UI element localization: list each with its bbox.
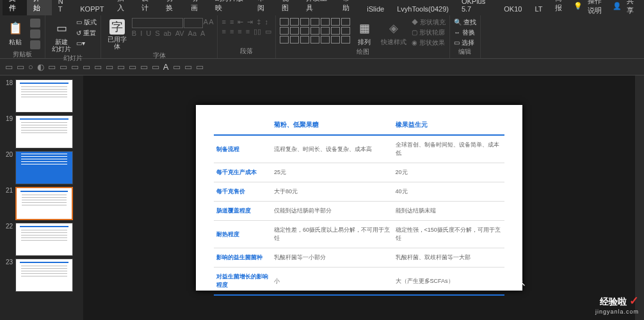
tab-insert[interactable]: 插入 (111, 0, 135, 15)
table-header: 橡果益生元 (393, 116, 504, 135)
watermark: 经验啦 ✓ jingyanla.com (595, 296, 639, 316)
text-dir-icon[interactable]: ↕ (264, 18, 268, 26)
spacing-icon[interactable]: AV (175, 29, 184, 37)
bold-icon[interactable]: B (132, 29, 136, 37)
tab-ok10[interactable]: OK10 (497, 3, 528, 15)
tab-lvyh[interactable]: LvyhTools(0429) (390, 3, 455, 15)
tab-brief[interactable]: 简报 (549, 0, 573, 15)
quick-toolbar: ▭▭○◐▭▭▭▭▭▭▭▭▭▭A▭▭▭ (0, 59, 644, 76)
qt-icon[interactable]: ▭ (17, 62, 24, 72)
replace-button[interactable]: ↔ 替换 (454, 28, 476, 37)
italic-icon[interactable]: I (140, 29, 142, 37)
format-painter-icon[interactable] (30, 40, 40, 49)
indent-dec-icon[interactable]: ⇤ (237, 18, 243, 26)
align-left-icon[interactable]: ≡ (221, 28, 225, 36)
vertical-scrollbar[interactable] (635, 76, 644, 320)
tab-islide[interactable]: iSlide (360, 3, 390, 15)
smartart-icon[interactable]: ▭ (265, 28, 271, 36)
increase-font-icon[interactable]: A (204, 18, 208, 28)
columns-icon[interactable]: ▯▯ (254, 28, 261, 36)
qt-icon[interactable]: ▭ (71, 62, 79, 72)
thumb-preview[interactable] (15, 187, 73, 220)
shape-outline-button[interactable]: ▢ 形状轮廓 (412, 28, 446, 37)
qt-icon[interactable]: ▭ (94, 62, 102, 72)
underline-icon[interactable]: U (146, 29, 151, 37)
thumb-item[interactable]: 18 (0, 78, 83, 114)
strike-icon[interactable]: S (155, 29, 159, 37)
cut-icon[interactable] (30, 19, 40, 28)
qt-icon[interactable]: ▭ (129, 62, 136, 72)
qt-icon[interactable]: ▭ (117, 62, 125, 72)
reset-button[interactable]: ↺ 重置 (76, 29, 97, 38)
quick-style-button[interactable]: ◈ 快速样式 (378, 18, 409, 47)
tab-file[interactable]: 文件 (3, 0, 27, 15)
tab-help[interactable]: 帮助 (336, 0, 360, 15)
share-label[interactable]: 共享 (627, 0, 636, 15)
tab-design[interactable]: 设计 (135, 0, 159, 15)
thumb-preview[interactable] (15, 259, 73, 292)
tab-slideshow[interactable]: 幻灯片放映 (209, 0, 251, 15)
qt-icon[interactable]: ▭ (83, 62, 90, 72)
shadow-icon[interactable]: ab (163, 29, 171, 37)
thumb-preview[interactable] (15, 223, 73, 256)
qt-icon[interactable]: ▭ (48, 62, 56, 72)
qt-icon[interactable]: ▭ (184, 62, 192, 72)
numbering-icon[interactable]: ≡ (230, 18, 234, 26)
qt-icon[interactable]: A (163, 62, 169, 72)
tab-dev[interactable]: 开发工具 (300, 0, 336, 15)
thumb-item[interactable]: 21 (0, 186, 83, 221)
font-name-input[interactable] (132, 18, 183, 28)
qt-icon[interactable]: ▭ (60, 62, 67, 72)
thumb-preview[interactable] (15, 79, 73, 113)
thumb-preview[interactable] (15, 151, 73, 184)
indent-inc-icon[interactable]: ⇥ (247, 18, 253, 26)
table-row: 肠道覆盖程度仅能到达结肠前半部分能到达结肠末端 (214, 202, 504, 221)
bullets-icon[interactable]: ≡ (221, 18, 225, 26)
tab-koppt[interactable]: KOPPT (74, 3, 110, 15)
tab-start[interactable]: 开始 (27, 0, 51, 15)
qt-icon[interactable]: ○ (28, 62, 33, 72)
tab-view[interactable]: 视图 (275, 0, 300, 15)
select-button[interactable]: ▭ 选择 (454, 38, 476, 47)
layout-button[interactable]: ▭ 版式 (76, 18, 97, 27)
used-font-button[interactable]: 字 已用字 体 (105, 18, 129, 51)
slide-canvas[interactable]: 菊粉、低聚果糖橡果益生元 制备流程流程复杂、时间长、设备复杂、成本高全球首创、制… (83, 76, 635, 320)
section-button[interactable]: ▭▾ (76, 40, 97, 47)
thumb-item[interactable]: 23 (0, 257, 83, 293)
shapes-gallery[interactable] (280, 18, 350, 44)
align-right-icon[interactable]: ≡ (237, 28, 241, 36)
copy-icon[interactable] (30, 29, 40, 38)
thumb-preview[interactable] (15, 115, 73, 148)
arrange-button[interactable]: ▦ 排列 (353, 18, 376, 47)
qt-icon[interactable]: ▭ (152, 62, 159, 72)
shape-fill-button[interactable]: ◆ 形状填充 (412, 18, 446, 27)
menu-bar: 文件 开始 N T KOPPT 插入 设计 切换 动画 幻灯片放映 审阅 视图 … (0, 0, 644, 15)
ops-label[interactable]: 操作说明 (588, 0, 608, 15)
shape-effects-button[interactable]: ◉ 形状效果 (412, 38, 446, 47)
qt-icon[interactable]: ▭ (140, 62, 148, 72)
tab-nt[interactable]: N T (52, 0, 74, 15)
qt-icon[interactable]: ▭ (173, 62, 181, 72)
font-color-icon[interactable]: A (200, 29, 205, 37)
tab-review[interactable]: 审阅 (251, 0, 275, 15)
thumb-item[interactable]: 22 (0, 221, 83, 257)
qt-icon[interactable]: ▭ (106, 62, 113, 72)
thumb-item[interactable]: 19 (0, 114, 83, 150)
thumb-item[interactable]: 20 (0, 150, 83, 186)
tab-anim[interactable]: 动画 (184, 0, 209, 15)
align-center-icon[interactable]: ≡ (230, 28, 234, 36)
tab-okplus[interactable]: OKPlus 5.7 (455, 0, 497, 15)
decrease-font-icon[interactable]: A (209, 18, 213, 28)
justify-icon[interactable]: ≡ (246, 28, 250, 36)
tab-transition[interactable]: 切换 (159, 0, 184, 15)
line-spacing-icon[interactable]: ‡ (257, 18, 261, 26)
case-icon[interactable]: Aa (188, 29, 197, 37)
font-size-input[interactable] (184, 18, 203, 28)
tab-lt[interactable]: LT (528, 3, 549, 15)
find-button[interactable]: 🔍 查找 (454, 18, 476, 27)
qt-icon[interactable]: ◐ (37, 62, 44, 72)
paste-button[interactable]: 📋 粘贴 (4, 18, 27, 47)
qt-icon[interactable]: ▭ (196, 62, 204, 72)
qt-icon[interactable]: ▭ (5, 62, 13, 72)
new-slide-button[interactable]: ▭ 新建 幻灯片 (49, 18, 74, 54)
